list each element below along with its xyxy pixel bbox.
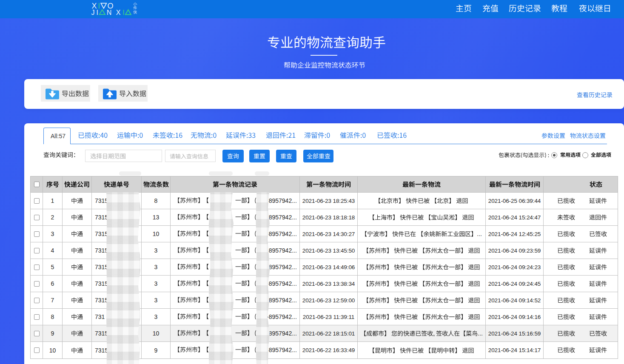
svg-text:I: I bbox=[123, 9, 124, 16]
svg-text:J: J bbox=[91, 9, 95, 16]
svg-text:I: I bbox=[98, 2, 100, 10]
svg-text:N: N bbox=[107, 9, 112, 16]
svg-text:I: I bbox=[97, 9, 98, 16]
svg-text:X: X bbox=[116, 9, 121, 16]
